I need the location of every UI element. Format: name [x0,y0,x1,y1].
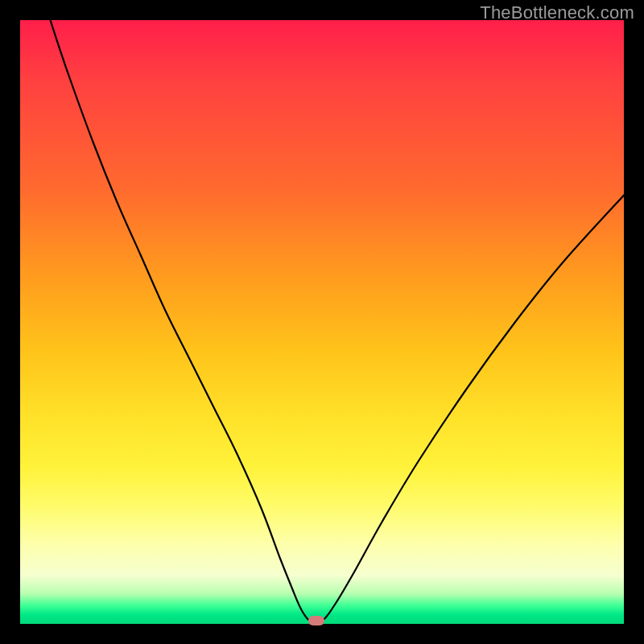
chart-frame: TheBottleneck.com [0,0,644,644]
watermark-text: TheBottleneck.com [480,2,634,23]
curve-svg [20,20,624,624]
bottleneck-curve [51,20,625,623]
optimal-point-marker [308,616,324,625]
plot-area [20,20,624,624]
